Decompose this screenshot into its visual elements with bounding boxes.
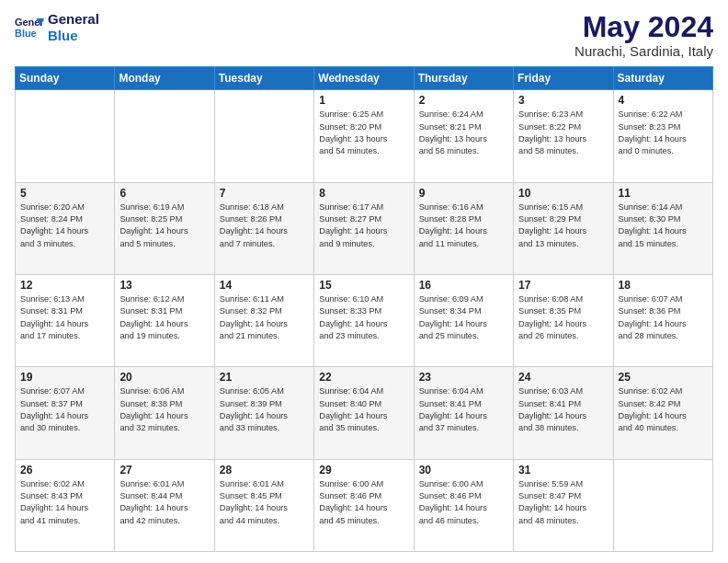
col-header-wednesday: Wednesday	[314, 67, 414, 90]
day-info: Sunrise: 6:14 AMSunset: 8:30 PMDaylight:…	[619, 201, 708, 250]
calendar-cell: 29Sunrise: 6:00 AMSunset: 8:46 PMDayligh…	[314, 459, 414, 551]
day-number: 16	[419, 279, 508, 292]
calendar-cell	[214, 90, 313, 182]
calendar-cell: 19Sunrise: 6:07 AMSunset: 8:37 PMDayligh…	[16, 367, 115, 459]
calendar-cell	[115, 90, 214, 182]
logo-general: General	[48, 11, 99, 28]
day-info: Sunrise: 6:03 AMSunset: 8:41 PMDaylight:…	[518, 385, 608, 434]
calendar-cell: 5Sunrise: 6:20 AMSunset: 8:24 PMDaylight…	[16, 182, 115, 274]
col-header-tuesday: Tuesday	[214, 67, 313, 90]
logo-icon: General Blue	[15, 15, 44, 40]
calendar-cell: 1Sunrise: 6:25 AMSunset: 8:20 PMDaylight…	[314, 90, 414, 182]
title-block: May 2024 Nurachi, Sardinia, Italy	[574, 11, 713, 59]
calendar-cell: 7Sunrise: 6:18 AMSunset: 8:26 PMDaylight…	[214, 182, 313, 274]
day-info: Sunrise: 6:02 AMSunset: 8:42 PMDaylight:…	[619, 385, 708, 434]
day-info: Sunrise: 6:04 AMSunset: 8:41 PMDaylight:…	[419, 385, 508, 434]
col-header-thursday: Thursday	[414, 67, 513, 90]
calendar-week-4: 19Sunrise: 6:07 AMSunset: 8:37 PMDayligh…	[16, 367, 713, 459]
day-number: 21	[220, 371, 309, 384]
calendar-cell: 6Sunrise: 6:19 AMSunset: 8:25 PMDaylight…	[115, 182, 214, 274]
day-number: 2	[419, 94, 508, 107]
calendar-cell: 22Sunrise: 6:04 AMSunset: 8:40 PMDayligh…	[314, 367, 414, 459]
day-number: 27	[119, 464, 209, 477]
day-info: Sunrise: 6:04 AMSunset: 8:40 PMDaylight:…	[319, 385, 408, 434]
day-number: 23	[419, 371, 508, 384]
day-info: Sunrise: 6:01 AMSunset: 8:44 PMDaylight:…	[119, 478, 209, 527]
calendar-cell: 2Sunrise: 6:24 AMSunset: 8:21 PMDaylight…	[414, 90, 513, 182]
calendar-cell: 25Sunrise: 6:02 AMSunset: 8:42 PMDayligh…	[613, 367, 712, 459]
calendar-cell: 24Sunrise: 6:03 AMSunset: 8:41 PMDayligh…	[514, 367, 613, 459]
day-info: Sunrise: 6:02 AMSunset: 8:43 PMDaylight:…	[20, 478, 109, 527]
calendar-cell	[16, 90, 115, 182]
day-number: 18	[619, 279, 708, 292]
calendar-cell: 30Sunrise: 6:00 AMSunset: 8:46 PMDayligh…	[414, 459, 513, 551]
day-number: 30	[419, 464, 508, 477]
day-number: 1	[319, 94, 408, 107]
calendar-cell: 4Sunrise: 6:22 AMSunset: 8:23 PMDaylight…	[613, 90, 712, 182]
svg-text:Blue: Blue	[15, 28, 37, 39]
day-number: 11	[619, 187, 708, 200]
day-info: Sunrise: 6:10 AMSunset: 8:33 PMDaylight:…	[319, 293, 408, 342]
col-header-saturday: Saturday	[613, 67, 712, 90]
day-number: 6	[119, 187, 209, 200]
day-info: Sunrise: 6:11 AMSunset: 8:32 PMDaylight:…	[220, 293, 309, 342]
calendar-cell: 20Sunrise: 6:06 AMSunset: 8:38 PMDayligh…	[115, 367, 214, 459]
day-number: 28	[220, 464, 309, 477]
col-header-sunday: Sunday	[16, 67, 115, 90]
calendar-week-3: 12Sunrise: 6:13 AMSunset: 8:31 PMDayligh…	[16, 274, 713, 366]
logo-blue: Blue	[48, 28, 99, 44]
day-number: 9	[419, 187, 508, 200]
page: General Blue General Blue May 2024 Nurac…	[0, 0, 728, 563]
day-number: 13	[119, 279, 209, 292]
calendar-week-5: 26Sunrise: 6:02 AMSunset: 8:43 PMDayligh…	[16, 459, 713, 551]
calendar-cell: 21Sunrise: 6:05 AMSunset: 8:39 PMDayligh…	[214, 367, 313, 459]
day-info: Sunrise: 6:00 AMSunset: 8:46 PMDaylight:…	[419, 478, 508, 527]
calendar-cell	[613, 459, 712, 551]
calendar-cell: 15Sunrise: 6:10 AMSunset: 8:33 PMDayligh…	[314, 274, 414, 366]
day-info: Sunrise: 6:19 AMSunset: 8:25 PMDaylight:…	[119, 201, 209, 250]
calendar-cell: 13Sunrise: 6:12 AMSunset: 8:31 PMDayligh…	[115, 274, 214, 366]
day-info: Sunrise: 6:16 AMSunset: 8:28 PMDaylight:…	[419, 201, 508, 250]
day-info: Sunrise: 5:59 AMSunset: 8:47 PMDaylight:…	[518, 478, 608, 527]
calendar-cell: 17Sunrise: 6:08 AMSunset: 8:35 PMDayligh…	[514, 274, 613, 366]
logo: General Blue General Blue	[15, 11, 99, 44]
day-info: Sunrise: 6:07 AMSunset: 8:36 PMDaylight:…	[619, 293, 708, 342]
calendar-cell: 16Sunrise: 6:09 AMSunset: 8:34 PMDayligh…	[414, 274, 513, 366]
day-number: 24	[518, 371, 608, 384]
day-info: Sunrise: 6:05 AMSunset: 8:39 PMDaylight:…	[220, 385, 309, 434]
day-number: 12	[20, 279, 109, 292]
col-header-monday: Monday	[115, 67, 214, 90]
day-number: 20	[119, 371, 209, 384]
day-info: Sunrise: 6:22 AMSunset: 8:23 PMDaylight:…	[619, 109, 708, 157]
day-number: 26	[20, 464, 109, 477]
day-info: Sunrise: 6:13 AMSunset: 8:31 PMDaylight:…	[20, 293, 109, 342]
day-number: 14	[220, 279, 309, 292]
day-info: Sunrise: 6:12 AMSunset: 8:31 PMDaylight:…	[119, 293, 209, 342]
day-number: 10	[518, 187, 608, 200]
day-number: 19	[20, 371, 109, 384]
calendar-header-row: SundayMondayTuesdayWednesdayThursdayFrid…	[16, 67, 713, 90]
day-info: Sunrise: 6:23 AMSunset: 8:22 PMDaylight:…	[518, 109, 608, 157]
day-info: Sunrise: 6:00 AMSunset: 8:46 PMDaylight:…	[319, 478, 408, 527]
calendar-cell: 9Sunrise: 6:16 AMSunset: 8:28 PMDaylight…	[414, 182, 513, 274]
day-info: Sunrise: 6:01 AMSunset: 8:45 PMDaylight:…	[220, 478, 309, 527]
day-number: 29	[319, 464, 408, 477]
day-number: 31	[518, 464, 608, 477]
header: General Blue General Blue May 2024 Nurac…	[15, 11, 713, 59]
calendar-cell: 23Sunrise: 6:04 AMSunset: 8:41 PMDayligh…	[414, 367, 513, 459]
day-number: 15	[319, 279, 408, 292]
day-info: Sunrise: 6:18 AMSunset: 8:26 PMDaylight:…	[220, 201, 309, 250]
calendar-cell: 3Sunrise: 6:23 AMSunset: 8:22 PMDaylight…	[514, 90, 613, 182]
main-title: May 2024	[574, 11, 713, 43]
calendar-cell: 11Sunrise: 6:14 AMSunset: 8:30 PMDayligh…	[613, 182, 712, 274]
day-number: 7	[220, 187, 309, 200]
day-info: Sunrise: 6:17 AMSunset: 8:27 PMDaylight:…	[319, 201, 408, 250]
day-info: Sunrise: 6:15 AMSunset: 8:29 PMDaylight:…	[518, 201, 608, 250]
subtitle: Nurachi, Sardinia, Italy	[574, 43, 713, 59]
calendar-cell: 26Sunrise: 6:02 AMSunset: 8:43 PMDayligh…	[16, 459, 115, 551]
day-info: Sunrise: 6:20 AMSunset: 8:24 PMDaylight:…	[20, 201, 109, 250]
calendar-cell: 12Sunrise: 6:13 AMSunset: 8:31 PMDayligh…	[16, 274, 115, 366]
day-info: Sunrise: 6:09 AMSunset: 8:34 PMDaylight:…	[419, 293, 508, 342]
col-header-friday: Friday	[514, 67, 613, 90]
day-number: 22	[319, 371, 408, 384]
